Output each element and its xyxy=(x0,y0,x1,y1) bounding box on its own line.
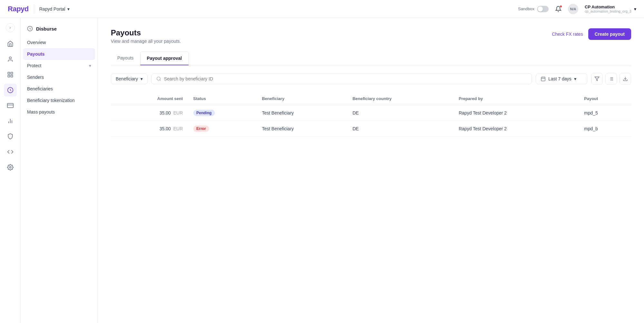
cell-country: DE xyxy=(347,121,454,137)
page-title: Payouts xyxy=(111,28,181,37)
cell-currency: EUR xyxy=(173,110,183,115)
top-header: Rapyd Rapyd Portal ▾ Sandbox N/A CP Au xyxy=(0,0,644,18)
check-fx-button[interactable]: Check FX rates xyxy=(552,32,583,37)
search-input[interactable] xyxy=(164,76,527,81)
collapse-button[interactable]: › xyxy=(6,23,15,32)
col-amount-sent: Amount sent xyxy=(111,92,188,105)
sidebar-icon-code[interactable] xyxy=(4,145,17,158)
svg-rect-6 xyxy=(7,103,13,107)
nav-sidebar: Disburse Overview Payouts Protect ▾ Send… xyxy=(21,18,98,323)
table-row[interactable]: 35.00 EUR Pending Test Beneficiary DE Ra… xyxy=(111,105,631,121)
nav-section-header: Disburse xyxy=(21,23,98,37)
download-icon-button[interactable] xyxy=(620,73,631,85)
col-payout: Payout xyxy=(579,92,631,105)
cell-beneficiary: Test Beneficiary xyxy=(257,105,347,121)
disburse-section-icon xyxy=(27,26,33,32)
page-title-block: Payouts View and manage all your payouts… xyxy=(111,28,181,44)
table-row[interactable]: 35.00 EUR Error Test Beneficiary DE Rapy… xyxy=(111,121,631,137)
logo-divider xyxy=(34,5,34,14)
logo: Rapyd xyxy=(8,5,29,13)
svg-point-0 xyxy=(9,57,11,59)
date-range-chevron: ▾ xyxy=(574,76,576,81)
cell-currency: EUR xyxy=(173,126,183,131)
cell-amount: 35.00 EUR xyxy=(111,105,188,121)
notification-dot xyxy=(560,5,562,8)
cell-status: Pending xyxy=(188,105,257,121)
sidebar-icon-wallet[interactable] xyxy=(4,99,17,112)
protect-chevron: ▾ xyxy=(89,63,91,68)
portal-chevron: ▾ xyxy=(67,6,70,12)
user-chevron: ▾ xyxy=(634,6,636,12)
nav-item-beneficiaries[interactable]: Beneficiaries xyxy=(21,83,98,95)
tab-payouts[interactable]: Payouts xyxy=(111,51,140,65)
create-payout-button[interactable]: Create payout xyxy=(588,28,631,40)
sandbox-toggle: Sandbox xyxy=(518,6,549,12)
page-header: Payouts View and manage all your payouts… xyxy=(111,28,631,44)
filter-actions xyxy=(591,73,631,85)
col-prepared-by: Prepared by xyxy=(454,92,579,105)
nav-section-title: Disburse xyxy=(36,26,57,32)
sidebar-icon-disburse[interactable] xyxy=(4,84,17,97)
sandbox-switch[interactable] xyxy=(537,6,549,12)
user-org: cp_automation_testing_org_3 xyxy=(585,9,631,13)
beneficiary-filter-dropdown[interactable]: Beneficiary ▾ xyxy=(111,73,148,84)
payouts-table: Amount sent Status Beneficiary Beneficia… xyxy=(111,92,631,137)
user-section[interactable]: CP Automation cp_automation_testing_org_… xyxy=(585,5,636,13)
search-icon xyxy=(156,76,161,81)
sandbox-label: Sandbox xyxy=(518,6,534,11)
status-badge: Pending xyxy=(193,110,215,116)
date-range-filter[interactable]: Last 7 days ▾ xyxy=(536,73,587,84)
cell-payout-id: mpd_b xyxy=(579,121,631,137)
svg-point-12 xyxy=(157,77,160,80)
header-actions: Check FX rates Create payout xyxy=(552,28,631,40)
cell-prepared-by: Rapyd Test Developer 2 xyxy=(454,121,579,137)
portal-label: Rapyd Portal xyxy=(39,6,65,12)
col-status: Status xyxy=(188,92,257,105)
main-content: Payouts View and manage all your payouts… xyxy=(98,18,644,323)
filter-icon-button[interactable] xyxy=(591,73,603,85)
svg-rect-14 xyxy=(541,77,545,81)
nav-item-senders[interactable]: Senders xyxy=(21,71,98,83)
cell-beneficiary: Test Beneficiary xyxy=(257,121,347,137)
sidebar-icon-home[interactable] xyxy=(4,37,17,50)
svg-rect-3 xyxy=(11,75,13,77)
notification-bell[interactable] xyxy=(555,6,562,12)
svg-point-10 xyxy=(9,167,11,168)
nav-item-protect[interactable]: Protect ▾ xyxy=(21,60,98,71)
search-input-wrap[interactable] xyxy=(151,73,532,84)
status-badge: Error xyxy=(193,125,209,132)
user-avatar: N/A xyxy=(568,4,578,14)
calendar-icon xyxy=(541,76,546,81)
svg-rect-1 xyxy=(8,72,10,74)
nav-item-mass-payouts[interactable]: Mass payouts xyxy=(21,106,98,118)
svg-rect-4 xyxy=(8,75,10,77)
sidebar-icon-analytics[interactable] xyxy=(4,68,17,81)
beneficiary-filter-chevron: ▾ xyxy=(140,76,143,81)
cell-country: DE xyxy=(347,105,454,121)
toggle-thumb xyxy=(538,6,543,12)
col-beneficiary-country: Beneficiary country xyxy=(347,92,454,105)
header-right: Sandbox N/A CP Automation cp_automation_… xyxy=(518,4,636,14)
sidebar-icon-reports[interactable] xyxy=(4,115,17,127)
cell-amount: 35.00 EUR xyxy=(111,121,188,137)
main-layout: › xyxy=(0,18,644,323)
beneficiary-filter-label: Beneficiary xyxy=(116,76,138,81)
tab-payout-approval[interactable]: Payout approval xyxy=(140,51,189,65)
icon-sidebar: › xyxy=(0,18,21,323)
tabs-row: Payouts Payout approval xyxy=(111,51,631,65)
sidebar-icon-users[interactable] xyxy=(4,53,17,66)
sidebar-icon-shield[interactable] xyxy=(4,130,17,143)
sidebar-icon-settings[interactable] xyxy=(4,161,17,174)
sort-icon-button[interactable] xyxy=(605,73,617,85)
nav-item-beneficiary-tokenization[interactable]: Beneficiary tokenization xyxy=(21,95,98,106)
header-left: Rapyd Rapyd Portal ▾ xyxy=(8,5,70,14)
user-name: CP Automation xyxy=(585,5,631,9)
svg-rect-2 xyxy=(11,72,13,74)
portal-selector[interactable]: Rapyd Portal ▾ xyxy=(39,6,70,12)
col-beneficiary: Beneficiary xyxy=(257,92,347,105)
filters-row: Beneficiary ▾ Last 7 days ▾ xyxy=(111,73,631,85)
date-range-label: Last 7 days xyxy=(548,76,572,81)
nav-item-payouts[interactable]: Payouts xyxy=(23,48,95,60)
nav-item-overview[interactable]: Overview xyxy=(21,37,98,48)
cell-prepared-by: Rapyd Test Developer 2 xyxy=(454,105,579,121)
